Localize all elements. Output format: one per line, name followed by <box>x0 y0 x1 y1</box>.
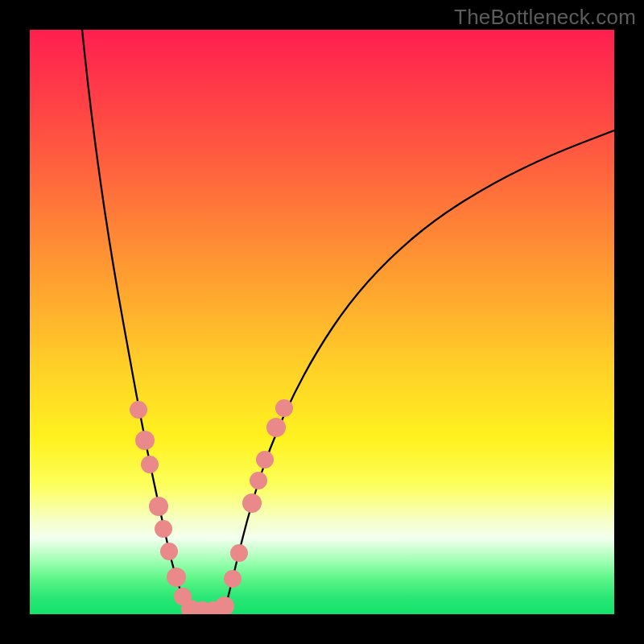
curve-right-branch <box>224 130 614 614</box>
bead-marker <box>155 520 172 538</box>
bead-marker <box>230 544 248 562</box>
chart-svg <box>30 30 614 614</box>
bead-marker <box>266 418 286 437</box>
bead-marker <box>149 497 168 516</box>
bead-marker <box>256 451 274 469</box>
watermark-label: TheBottleneck.com <box>454 5 636 30</box>
bead-marker <box>250 472 267 489</box>
curve-left-branch <box>82 30 190 614</box>
bead-marker <box>160 543 178 560</box>
bead-marker <box>135 431 155 450</box>
bead-marker <box>224 570 242 588</box>
bead-marker <box>275 399 293 417</box>
chart-plot-area <box>30 30 614 614</box>
bead-marker <box>167 568 186 587</box>
bead-marker <box>215 597 234 614</box>
bead-marker <box>130 401 147 419</box>
marker-group <box>130 399 293 614</box>
bead-marker <box>141 456 159 473</box>
bead-marker <box>242 493 262 513</box>
chart-frame: TheBottleneck.com <box>0 0 644 644</box>
